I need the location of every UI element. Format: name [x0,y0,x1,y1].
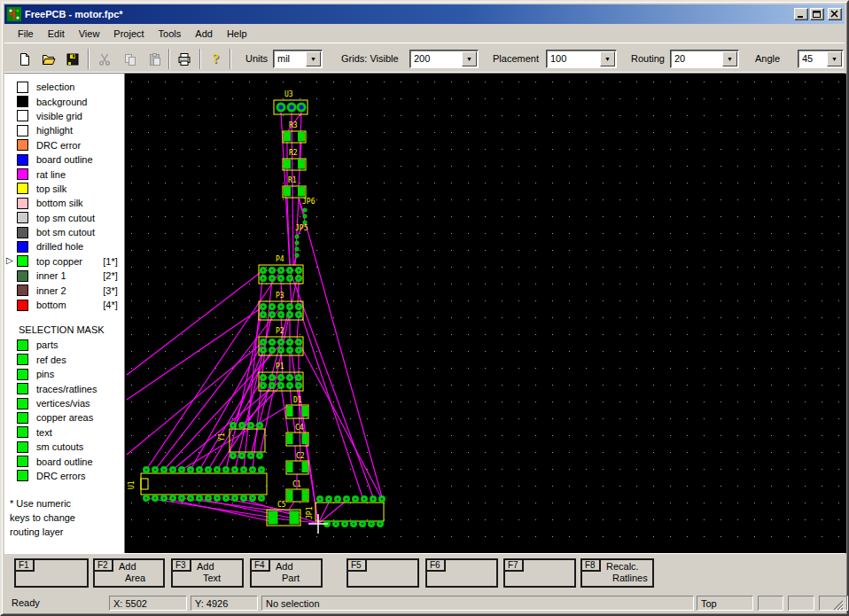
pad[interactable] [170,496,175,501]
pad[interactable] [261,348,265,353]
ref-des-label[interactable]: JP1 [306,506,314,519]
ref-des-label[interactable]: P1 [276,363,284,370]
pad[interactable] [298,104,305,111]
fkey-f6[interactable]: F6 [425,558,498,588]
pad[interactable] [269,305,274,309]
pad[interactable] [303,215,306,218]
pad[interactable] [206,496,210,501]
combo-placement[interactable]: 100▼ [546,50,617,68]
pad[interactable] [278,384,283,388]
fkey-f4[interactable]: F4AddPart [250,558,323,588]
pad[interactable] [278,376,283,380]
pad[interactable] [214,468,219,472]
pad[interactable] [295,242,298,245]
pad[interactable] [214,496,219,501]
ref-des-label[interactable]: C4 [295,424,304,432]
paste-icon[interactable] [144,49,166,69]
pad[interactable] [295,248,298,251]
pad[interactable] [269,340,274,345]
mask-color-swatch[interactable] [17,398,28,409]
pad[interactable] [197,496,201,501]
pad[interactable] [287,305,292,309]
pad[interactable] [303,209,306,212]
pcb-canvas[interactable]: U3R3R2R1JP6JP5P4P3P2P1D1C4C2C1Y1U1C5JP1 [125,74,845,553]
layer-row-top-sm-cutout[interactable]: top sm cutout [4,211,124,225]
pad[interactable] [335,497,339,502]
pad[interactable] [241,468,245,472]
fkey-f2[interactable]: F2AddArea [93,558,165,588]
resize-grip-icon[interactable] [832,599,844,612]
mask-row-parts[interactable]: parts [4,338,124,352]
mask-row-sm-cutouts[interactable]: sm cutouts [4,440,124,454]
layer-row-DRC-error[interactable]: DRC error [4,138,124,152]
pad[interactable] [261,269,265,273]
layer-row-highlight[interactable]: highlight [4,123,124,137]
pad[interactable] [269,269,274,273]
pad[interactable] [179,468,183,472]
pad[interactable] [370,497,375,502]
new-document-icon[interactable] [13,49,35,69]
ref-des-label[interactable]: JP5 [295,224,308,232]
mask-color-swatch[interactable] [17,369,28,380]
ref-des-label[interactable]: R2 [289,149,298,157]
combo-grids-visible[interactable]: 200▼ [409,50,479,68]
mask-row-board-outline[interactable]: board outline [4,454,124,468]
pad[interactable] [287,340,292,345]
pad[interactable] [333,522,338,526]
mask-row-traces-ratlines[interactable]: traces/ratlines [4,381,124,395]
close-icon[interactable] [828,8,842,20]
mask-row-vertices-vias[interactable]: vertices/vias [4,396,124,410]
pad[interactable] [351,522,355,526]
ref-des-label[interactable]: U1 [128,480,136,489]
pad[interactable] [259,496,263,501]
mask-row-DRC-errors[interactable]: DRC errors [4,469,124,483]
pad[interactable] [296,384,300,388]
layer-color-swatch[interactable] [17,270,28,282]
layer-color-swatch[interactable] [17,227,28,238]
ref-des-label[interactable]: U3 [284,90,293,98]
pad[interactable] [197,468,201,472]
pad[interactable] [152,496,157,501]
pad[interactable] [284,160,291,169]
pad[interactable] [301,433,308,444]
pad[interactable] [239,454,244,458]
layer-row-board-outline[interactable]: board outline [4,152,124,167]
layer-row-inner-2[interactable]: inner 2[3*] [4,283,124,297]
pad[interactable] [369,522,373,526]
pad[interactable] [298,187,305,197]
combo-units[interactable]: mil▼ [273,50,323,68]
maximize-button[interactable] [810,8,824,20]
pad[interactable] [301,490,308,501]
layer-color-swatch[interactable] [17,212,28,223]
mask-row-copper-areas[interactable]: copper areas [4,410,124,425]
pad[interactable] [278,313,283,317]
open-folder-icon[interactable] [37,49,59,69]
mask-color-swatch[interactable] [17,412,28,424]
menu-tools[interactable]: Tools [152,27,189,41]
ref-des-label[interactable]: R1 [288,176,297,184]
pad[interactable] [353,497,357,502]
pad[interactable] [161,468,166,472]
pad[interactable] [261,340,265,345]
mask-color-swatch[interactable] [17,426,28,438]
ref-des-label[interactable]: R3 [289,121,298,129]
pad[interactable] [250,468,254,472]
pad[interactable] [277,104,284,111]
menu-project[interactable]: Project [106,27,151,41]
pad[interactable] [278,348,283,353]
pad[interactable] [298,132,305,142]
pad[interactable] [261,376,265,380]
pad[interactable] [289,511,299,525]
pad[interactable] [230,424,235,428]
mask-row-pins[interactable]: pins [4,367,124,381]
chevron-down-icon[interactable]: ▼ [462,51,477,66]
pad[interactable] [257,454,261,458]
combo-angle[interactable]: 45▼ [798,50,844,68]
pad[interactable] [296,376,300,380]
pad[interactable] [286,406,292,417]
layer-row-drilled-hole[interactable]: drilled hole [4,239,124,253]
pad[interactable] [295,254,298,257]
layer-color-swatch[interactable] [17,125,28,136]
pad[interactable] [261,277,265,281]
ref-des-label[interactable]: P2 [276,327,284,335]
